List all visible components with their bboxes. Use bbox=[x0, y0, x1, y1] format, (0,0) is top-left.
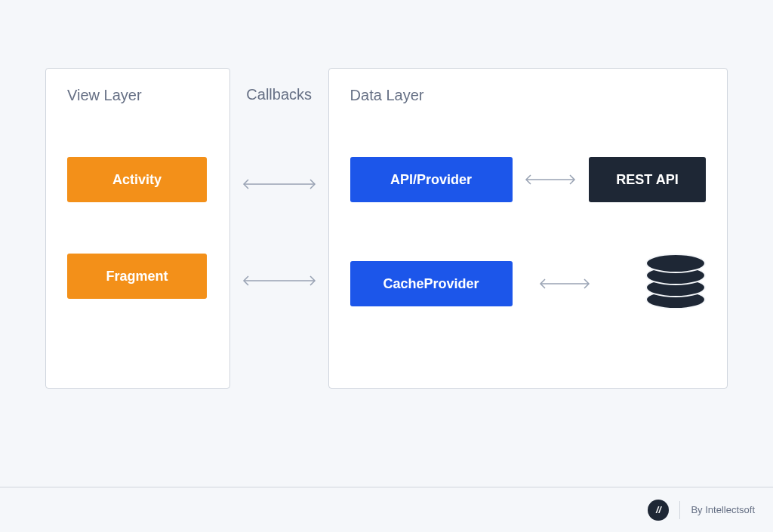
database-icon bbox=[645, 254, 706, 314]
api-provider-box: API/Provider bbox=[350, 157, 513, 202]
bidirectional-arrow-icon bbox=[238, 179, 321, 189]
bidirectional-arrow-icon bbox=[534, 278, 595, 289]
bidirectional-arrow-icon bbox=[520, 174, 581, 185]
bidirectional-arrow-icon bbox=[238, 275, 321, 286]
fragment-box: Fragment bbox=[67, 254, 207, 299]
arrow-cache-db bbox=[513, 278, 617, 289]
data-layer-box: Data Layer API/Provider REST API CachePr… bbox=[328, 68, 728, 389]
intellectsoft-logo-icon: // bbox=[648, 500, 669, 521]
callbacks-label: Callbacks bbox=[230, 86, 328, 103]
footer-divider bbox=[679, 501, 680, 519]
arrow-fragment-cache bbox=[230, 275, 328, 286]
callbacks-section: Callbacks bbox=[230, 68, 328, 103]
view-layer-title: View Layer bbox=[67, 87, 208, 104]
arrow-activity-api bbox=[230, 179, 328, 189]
footer-attribution: By Intellectsoft bbox=[691, 504, 755, 515]
rest-api-box: REST API bbox=[589, 157, 706, 202]
cache-provider-box: CacheProvider bbox=[350, 261, 513, 306]
arrow-api-rest bbox=[513, 174, 589, 185]
view-layer-box: View Layer Activity Fragment bbox=[45, 68, 230, 389]
footer: // By Intellectsoft bbox=[0, 487, 773, 532]
data-layer-title: Data Layer bbox=[350, 87, 706, 104]
activity-box: Activity bbox=[67, 157, 207, 202]
architecture-diagram: View Layer Activity Fragment Callbacks D… bbox=[0, 0, 773, 389]
